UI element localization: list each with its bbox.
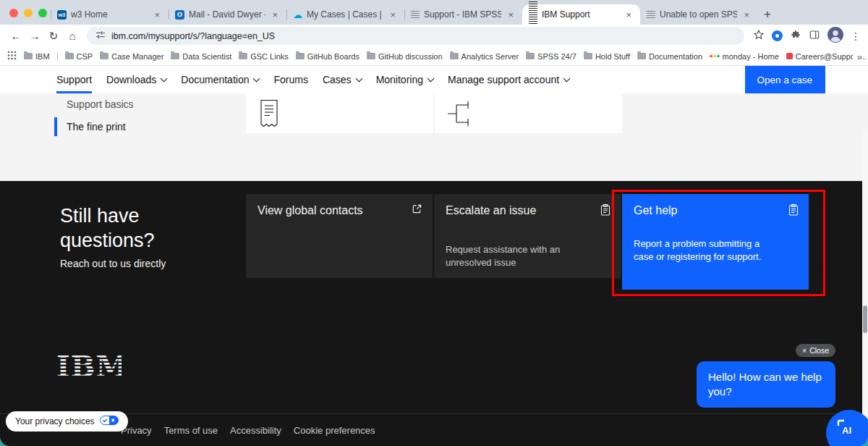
chevron-down-icon — [161, 75, 168, 82]
bookmark-label: Documentation — [649, 52, 702, 61]
address-bar[interactable]: ibm.com/mysupport/s/?language=en_US — [87, 27, 744, 45]
link-cookie-preferences[interactable]: Cookie preferences — [294, 425, 375, 436]
w3-favicon: w3 — [57, 10, 67, 20]
section-heading: Still have questions? — [60, 203, 179, 253]
bookmark-documentation[interactable]: Documentation — [637, 52, 702, 61]
bookmark-label: IBM — [35, 52, 50, 61]
folder-icon — [526, 53, 535, 59]
bookmark-label: GSC Links — [250, 52, 289, 61]
escalate-an-issue-card[interactable]: Escalate an issue Request assistance wit… — [434, 194, 621, 278]
tab-close-icon[interactable]: × — [270, 9, 280, 20]
nav-item-monitoring[interactable]: Monitoring — [376, 66, 433, 93]
bookmarks-bar: IBM CSP Case Manager Data Scientist GSC … — [0, 47, 868, 66]
nav-item-downloads[interactable]: Downloads — [106, 66, 166, 93]
link-terms-of-use[interactable]: Terms of use — [164, 425, 218, 436]
nav-label: Monitoring — [376, 74, 423, 85]
subnav-list: Support basics The fine print — [54, 95, 221, 140]
close-icon: × — [802, 346, 807, 355]
bookmark-spss-247[interactable]: SPSS 24/7 — [526, 52, 576, 61]
url-text[interactable]: ibm.com/mysupport/s/?language=en_US — [111, 31, 275, 41]
bookmark-github-discussion[interactable]: GitHub discussion — [367, 52, 443, 61]
chat-close-button[interactable]: × Close — [796, 344, 835, 357]
apps-grid-icon[interactable] — [7, 51, 17, 62]
bookmark-label: GitHub discussion — [378, 52, 443, 61]
svg-text:AI: AI — [842, 425, 851, 436]
bookmark-label: SPSS 24/7 — [537, 52, 576, 61]
bookmark-hold-stuff[interactable]: Hold Stuff — [584, 52, 630, 61]
get-help-card[interactable]: Get help Report a problem submitting a c… — [622, 194, 809, 290]
salesforce-cloud-favicon: ☁ — [293, 10, 302, 20]
subnav-item-the-fine-print[interactable]: The fine print — [54, 117, 221, 136]
card-body: Request assistance with an unresolved is… — [446, 243, 574, 269]
bookmarks-overflow-chevron[interactable]: » — [853, 47, 862, 66]
page-footer: IBM × Close Hello! How can we help you? … — [0, 324, 868, 446]
support-basics-card[interactable] — [246, 93, 433, 133]
tab-spss-support[interactable]: Support - IBM SPSS Statistic × — [404, 4, 522, 25]
bookmark-ibm[interactable]: IBM — [24, 52, 50, 61]
side-panel-icon[interactable] — [809, 29, 820, 43]
reload-icon[interactable]: ↻ — [45, 28, 62, 45]
privacy-choices-button[interactable]: Your privacy choices — [6, 411, 128, 432]
fullscreen-window-button[interactable] — [38, 9, 47, 17]
home-icon[interactable]: ⌂ — [64, 28, 81, 45]
contact-section: Still have questions? Reach out to us di… — [0, 181, 868, 324]
card-title: Get help — [634, 204, 797, 217]
bookmark-monday-home[interactable]: monday - Home — [710, 52, 779, 61]
svg-text:IBM: IBM — [56, 352, 122, 382]
nav-item-manage-support-account[interactable]: Manage support account — [448, 66, 569, 93]
nav-label: Downloads — [106, 74, 156, 85]
tab-close-icon[interactable]: × — [152, 9, 162, 20]
chat-close-label: Close — [809, 346, 829, 355]
nav-item-support[interactable]: Support — [56, 66, 92, 93]
nav-item-forums[interactable]: Forums — [273, 66, 307, 93]
bookmark-data-scientist[interactable]: Data Scientist — [171, 52, 231, 61]
bookmark-star-icon[interactable] — [753, 29, 765, 43]
bookmark-label: Case Manager — [111, 52, 163, 61]
tab-ibm-support-active[interactable]: IBM Support × — [522, 4, 640, 25]
subnav-item-support-basics[interactable]: Support basics — [54, 95, 221, 114]
tab-w3-home[interactable]: w3 w3 Home × — [51, 4, 169, 25]
clipboard-icon — [600, 203, 610, 219]
bookmark-github-boards[interactable]: GitHub Boards — [296, 52, 359, 61]
back-icon[interactable]: ← — [7, 28, 25, 45]
profile-avatar[interactable] — [827, 27, 843, 46]
open-a-case-button[interactable]: Open a case — [745, 66, 825, 93]
bookmark-gsc-links[interactable]: GSC Links — [239, 52, 289, 61]
privacy-choices-label: Your privacy choices — [15, 416, 95, 426]
tab-close-icon[interactable]: × — [388, 9, 398, 20]
minimize-window-button[interactable] — [24, 9, 33, 17]
tab-close-icon[interactable]: × — [624, 9, 634, 20]
watsonx-assistant-icon: AI — [836, 418, 858, 437]
site-settings-icon[interactable] — [95, 30, 106, 42]
extension-badge-icon[interactable] — [772, 30, 783, 41]
extensions-puzzle-icon[interactable] — [790, 29, 801, 43]
browser-menu-icon[interactable]: ⋮ — [851, 30, 861, 42]
new-tab-button[interactable]: + — [764, 7, 771, 22]
bookmark-csp[interactable]: CSP — [65, 52, 93, 61]
forward-icon[interactable]: → — [26, 28, 43, 45]
tab-title: Support - IBM SPSS Statistic — [424, 9, 501, 20]
tab-outlook-mail[interactable]: O Mail - David Dwyer - Outlook × — [169, 4, 286, 25]
nav-item-cases[interactable]: Cases — [323, 66, 362, 93]
bookmark-analytics-server[interactable]: Analytics Server — [450, 52, 519, 61]
tab-strip: w3 w3 Home × O Mail - David Dwyer - Outl… — [0, 0, 868, 25]
tab-close-icon[interactable]: × — [506, 9, 516, 20]
tab-title: IBM Support — [542, 9, 619, 20]
folder-icon — [65, 53, 74, 59]
careers-icon — [786, 53, 793, 59]
link-accessibility[interactable]: Accessibility — [230, 425, 281, 436]
bookmark-case-manager[interactable]: Case Manager — [100, 52, 163, 61]
fine-print-card[interactable] — [435, 93, 622, 133]
tab-salesforce-cases[interactable]: ☁ My Cases | Cases | Salesforce × — [286, 4, 404, 25]
outlook-favicon: O — [175, 10, 184, 20]
chat-greeting-bubble[interactable]: Hello! How can we help you? — [697, 361, 835, 408]
tab-close-icon[interactable]: × — [741, 9, 752, 20]
clipboard-icon — [788, 203, 799, 219]
tab-title: Unable to open SPSS suppor — [660, 9, 737, 20]
close-window-button[interactable] — [9, 9, 18, 17]
view-global-contacts-card[interactable]: View global contacts — [246, 194, 433, 278]
page-scrollbar[interactable] — [862, 132, 868, 446]
tab-spss-unable-open[interactable]: Unable to open SPSS suppor × — [640, 4, 758, 25]
nav-item-documentation[interactable]: Documentation — [181, 66, 259, 93]
scrollbar-thumb[interactable] — [863, 306, 867, 333]
